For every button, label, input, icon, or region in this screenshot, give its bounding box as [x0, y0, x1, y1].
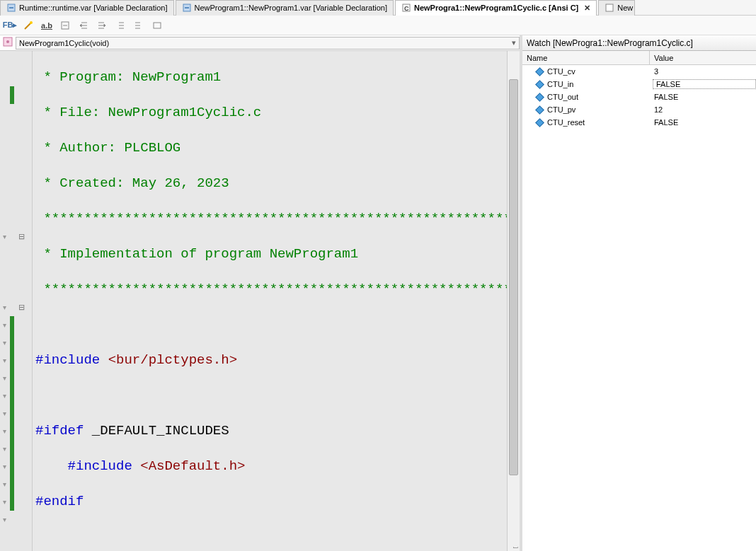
code-line: #include <AsDefault.h>	[33, 458, 507, 475]
indent2-icon[interactable]	[132, 18, 146, 33]
scroll-marker-icon: ⎵	[513, 541, 518, 550]
code-line	[33, 387, 507, 405]
wand-icon[interactable]	[21, 18, 35, 33]
diamond-icon	[535, 105, 544, 115]
svg-rect-3	[185, 7, 189, 8]
function-dropdown[interactable]: NewProgram1Cyclic(void) ▾	[16, 37, 520, 50]
watch-title: Watch [NewProgra1::NewProgram1Cyclic.c]	[522, 35, 756, 51]
tab-overflow[interactable]: New	[598, 0, 635, 16]
svg-point-11	[6, 40, 9, 43]
chevron-down-icon: ▾	[512, 38, 519, 47]
wrap-icon[interactable]	[58, 18, 72, 33]
diamond-icon	[535, 93, 544, 102]
code-line: ****************************************…	[33, 210, 507, 228]
dedent-icon[interactable]	[113, 18, 127, 33]
tab-cyclic-c[interactable]: C NewProgra1::NewProgram1Cyclic.c [Ansi …	[395, 0, 597, 16]
code-area[interactable]: * Program: NewProgram1 * File: NewProgra…	[33, 51, 507, 551]
watch-row[interactable]: CTU_pv 12	[522, 103, 756, 116]
tab-label: Runtime::runtime.var [Variable Declarati…	[19, 4, 168, 12]
indent-icon[interactable]	[95, 18, 109, 33]
svg-rect-9	[154, 23, 161, 28]
tab-label: NewProgram1::NewProgram1.var [Variable D…	[195, 4, 387, 12]
document-tabbar: Runtime::runtime.var [Variable Declarati…	[0, 0, 756, 16]
watch-var-value[interactable]: FALSE	[653, 79, 756, 89]
watch-var-name: CTU_in	[547, 80, 573, 88]
fold-icon[interactable]: ⊟	[18, 232, 25, 241]
outdent-icon[interactable]	[76, 18, 91, 33]
watch-var-value[interactable]: 3	[650, 67, 756, 76]
code-editor[interactable]: ▾⊟ ▾⊟ ▾ ▾ ▾ ▾ ▾ ▾ ▾ ▾ ▾ ▾ ▾ ▾ * Program:…	[0, 51, 520, 551]
editor-toolbar: FB▸ a.b	[0, 16, 756, 35]
file-c-icon: C	[401, 3, 411, 13]
tab-runtime-var[interactable]: Runtime::runtime.var [Variable Declarati…	[0, 0, 174, 16]
watch-row[interactable]: CTU_out FALSE	[522, 91, 756, 103]
watch-header: Name Value	[522, 51, 756, 65]
fold-icon[interactable]: ⊟	[18, 303, 25, 312]
watch-var-value[interactable]: FALSE	[650, 118, 756, 127]
watch-row[interactable]: CTU_reset FALSE	[522, 116, 756, 129]
svg-point-7	[30, 21, 33, 24]
diamond-icon	[535, 67, 544, 76]
code-line: ****************************************…	[33, 281, 507, 298]
function-name: NewProgram1Cyclic(void)	[19, 39, 109, 47]
editor-column: NewProgram1Cyclic(void) ▾ ▾⊟ ▾⊟	[0, 35, 522, 551]
fb-button[interactable]: FB▸	[3, 18, 17, 33]
file-icon	[605, 3, 614, 13]
code-line: * Program: NewProgram1	[33, 69, 507, 86]
watch-var-name: CTU_pv	[547, 105, 575, 114]
watch-header-value[interactable]: Value	[650, 51, 756, 64]
close-icon[interactable]: ✕	[584, 4, 590, 13]
watch-var-name: CTU_out	[547, 93, 578, 101]
code-line	[33, 528, 507, 546]
scrollbar-thumb[interactable]	[509, 79, 518, 475]
diamond-icon	[535, 118, 544, 127]
watch-var-name: CTU_reset	[547, 118, 585, 127]
workspace: NewProgram1Cyclic(void) ▾ ▾⊟ ▾⊟	[0, 35, 756, 551]
svg-text:C: C	[404, 5, 409, 12]
code-line	[33, 316, 507, 334]
code-line: * Author: PLCBLOG	[33, 139, 507, 157]
code-line: #endif	[33, 493, 507, 511]
function-selector-bar: NewProgram1Cyclic(void) ▾	[0, 35, 520, 51]
code-line: #ifdef _DEFAULT_INCLUDES	[33, 422, 507, 440]
watch-panel: Watch [NewProgra1::NewProgram1Cyclic.c] …	[522, 35, 756, 551]
editor-gutter: ▾⊟ ▾⊟ ▾ ▾ ▾ ▾ ▾ ▾ ▾ ▾ ▾ ▾ ▾ ▾	[0, 51, 33, 551]
ab-button[interactable]: a.b	[40, 18, 54, 33]
code-line: * File: NewProgram1Cyclic.c	[33, 104, 507, 122]
watch-header-name[interactable]: Name	[522, 51, 650, 64]
file-var-icon	[6, 3, 16, 13]
watch-var-value[interactable]: 12	[650, 105, 756, 114]
watch-row[interactable]: CTU_in FALSE	[522, 78, 756, 91]
func-icon	[3, 37, 13, 49]
tab-label: New	[617, 4, 633, 12]
diamond-icon	[535, 80, 544, 89]
code-line: #include <bur/plctypes.h>	[33, 352, 507, 369]
svg-rect-1	[9, 7, 13, 8]
vertical-scrollbar[interactable]: ⎵	[507, 51, 520, 551]
watch-row[interactable]: CTU_cv 3	[522, 65, 756, 78]
file-var-icon	[182, 3, 192, 13]
comment-icon[interactable]	[150, 18, 164, 33]
tab-newprogram1-var[interactable]: NewProgram1::NewProgram1.var [Variable D…	[176, 0, 394, 16]
watch-var-value[interactable]: FALSE	[650, 93, 756, 101]
svg-rect-6	[606, 4, 613, 11]
code-line: * Created: May 26, 2023	[33, 175, 507, 192]
code-line: * Implementation of program NewProgram1	[33, 245, 507, 263]
tab-label: NewProgra1::NewProgram1Cyclic.c [Ansi C]	[414, 4, 578, 12]
watch-var-name: CTU_cv	[547, 67, 575, 76]
